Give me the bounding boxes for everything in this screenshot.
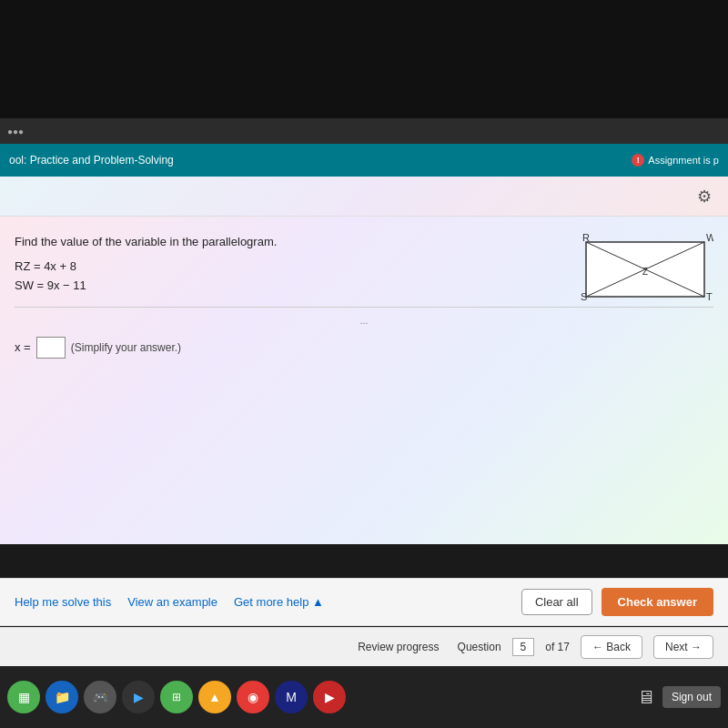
youtube-icon: ▶	[325, 690, 335, 704]
main-content: R W Z S T Find the value of the variable…	[0, 217, 728, 544]
svg-text:T: T	[706, 291, 713, 302]
browser-bar: ●●●	[0, 118, 728, 144]
folder-icon: 📁	[55, 690, 70, 704]
answer-prefix: x =	[15, 340, 31, 354]
parallelogram-diagram: R W Z S T	[568, 233, 713, 315]
taskbar-icon-2[interactable]: 📁	[46, 681, 78, 713]
header-title: ool: Practice and Problem-Solving	[9, 154, 174, 167]
view-example-button[interactable]: View an example	[127, 595, 217, 609]
action-left: Help me solve this View an example Get m…	[15, 595, 324, 609]
back-button[interactable]: ← Back	[581, 635, 642, 659]
taskbar-icon-1[interactable]: ▦	[7, 681, 40, 713]
taskbar-icon-5[interactable]: ⊞	[160, 681, 193, 713]
taskbar-icon-7[interactable]: ◉	[237, 681, 269, 713]
svg-text:S: S	[581, 291, 587, 302]
action-right: Clear all Check answer	[521, 588, 713, 616]
divider-dots: ...	[15, 315, 713, 326]
screen-icon: 🖥	[637, 687, 655, 708]
header-bar: ool: Practice and Problem-Solving ! Assi…	[0, 144, 728, 177]
game-icon: 🎮	[93, 690, 108, 704]
chrome-icon: ◉	[248, 690, 258, 704]
sign-out-button[interactable]: Sign out	[662, 686, 721, 708]
question-label: Question	[458, 641, 501, 653]
answer-input[interactable]	[36, 337, 66, 359]
help-me-solve-button[interactable]: Help me solve this	[15, 595, 111, 609]
info-icon: !	[632, 154, 644, 167]
taskbar-icon-6[interactable]: ▲	[198, 681, 231, 713]
taskbar-icon-8[interactable]: M	[275, 681, 308, 713]
question-number: 5	[512, 638, 535, 656]
mail-icon: M	[286, 690, 297, 704]
grid-icon: ▦	[18, 690, 30, 704]
taskbar-icon-3[interactable]: 🎮	[84, 681, 116, 713]
svg-text:W: W	[706, 233, 713, 243]
svg-text:Z: Z	[642, 267, 648, 277]
apps-icon: ⊞	[172, 691, 181, 703]
next-button[interactable]: Next →	[653, 635, 713, 659]
top-black-bar	[0, 0, 728, 118]
taskbar-icons: ▦ 📁 🎮 ▶ ⊞ ▲ ◉ M ▶	[7, 681, 346, 713]
gear-icon[interactable]: ⚙	[697, 187, 717, 207]
action-bar: Help me solve this View an example Get m…	[0, 578, 728, 626]
divider-line	[15, 307, 713, 308]
check-answer-button[interactable]: Check answer	[602, 588, 713, 616]
taskbar-icon-9[interactable]: ▶	[313, 681, 346, 713]
taskbar: ▦ 📁 🎮 ▶ ⊞ ▲ ◉ M ▶ 🖥 Sign out	[0, 666, 728, 728]
play-icon: ▶	[134, 690, 144, 704]
answer-area: x = (Simplify your answer.)	[15, 337, 713, 359]
sub-header: ⚙	[0, 177, 728, 217]
nav-bar: Review progress Question 5 of 17 ← Back …	[0, 627, 728, 666]
review-progress-label: Review progress	[358, 641, 439, 653]
clear-all-button[interactable]: Clear all	[521, 589, 592, 615]
of-total-label: of 17	[545, 641, 570, 653]
simplify-hint: (Simplify your answer.)	[71, 341, 181, 354]
get-more-help-button[interactable]: Get more help ▲	[234, 595, 324, 609]
taskbar-icon-4[interactable]: ▶	[122, 681, 155, 713]
taskbar-right: 🖥 Sign out	[637, 686, 721, 708]
triangle-icon: ▲	[208, 690, 221, 704]
browser-label: ●●●	[7, 126, 24, 136]
svg-text:R: R	[582, 233, 590, 243]
assignment-badge: ! Assignment is p	[632, 154, 719, 167]
